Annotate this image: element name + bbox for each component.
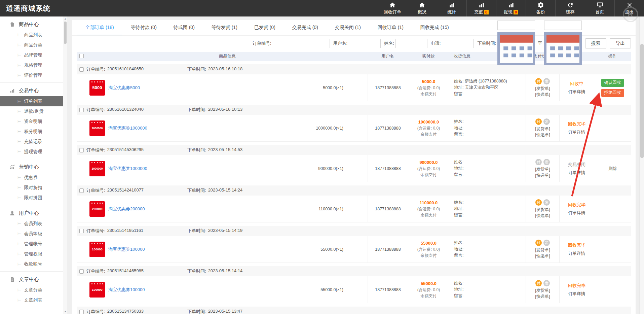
tab-3[interactable]: 等待发货 (1) — [203, 20, 246, 35]
sidebar-scrollbar[interactable]: ▲ ▼ — [63, 16, 67, 314]
shipping-doc-link[interactable]: [发货单] — [535, 166, 550, 172]
scroll-down-icon[interactable]: ▼ — [63, 310, 67, 314]
date-input-time_from[interactable] — [497, 21, 535, 30]
order-detail-link[interactable]: 订单详情 — [568, 170, 585, 176]
shipping-doc-link[interactable]: [发货单] — [535, 126, 550, 132]
top-nav-item-概况[interactable]: 概况 — [407, 0, 437, 16]
order-detail-link[interactable]: 订单详情 — [568, 250, 585, 256]
sidebar-item-管理帐号[interactable]: ⊢管理帐号 — [0, 239, 63, 249]
shipping-doc-link[interactable]: [发货单] — [535, 85, 550, 92]
sidebar-group-交易中心[interactable]: 交易中心 — [0, 85, 63, 96]
shipping-doc-link[interactable]: [发货单] — [535, 207, 550, 213]
sidebar-item-充值记录[interactable]: ⊢充值记录 — [0, 137, 63, 147]
express-doc-link[interactable]: [快递单] — [535, 293, 550, 300]
shipped-badge-icon: 发 — [543, 280, 550, 286]
filter-input-3[interactable] — [442, 39, 474, 48]
reject-recycle-button[interactable]: 拒绝回收 — [601, 89, 624, 97]
sidebar-item-会员等级[interactable]: ⊢会员等级 — [0, 229, 63, 239]
order-detail-link[interactable]: 订单详情 — [568, 291, 585, 297]
filter-input-2[interactable] — [395, 39, 427, 48]
top-nav-item-备份[interactable]: 备份 — [526, 0, 555, 16]
date-input-time_to[interactable] — [544, 21, 582, 30]
express-doc-link[interactable]: [快递单] — [535, 172, 550, 178]
sidebar-item-管理权限[interactable]: ⊢管理权限 — [0, 249, 63, 259]
sidebar-item-积分明细[interactable]: ⊢积分明细 — [0, 127, 63, 137]
order-detail-link[interactable]: 订单详情 — [568, 210, 585, 216]
sidebar-item-限时折扣[interactable]: ⊢限时折扣 — [0, 183, 63, 193]
paid-amount: 1000000.0 — [418, 119, 439, 125]
sidebar-item-收款账号[interactable]: ⊢收款账号 — [0, 259, 63, 269]
search-button[interactable]: 搜索 — [585, 38, 606, 48]
sidebar-item-订单列表[interactable]: ⊢订单列表 — [0, 96, 63, 106]
sidebar-item-资金明细[interactable]: ⊢资金明细 — [0, 116, 63, 127]
status-cell: 回收完毕订单详情 — [559, 236, 594, 263]
tab-6[interactable]: 交易关闭 (1) — [327, 20, 369, 35]
sidebar-group-文章中心[interactable]: 文章中心 — [0, 274, 63, 285]
order-select-checkbox[interactable] — [79, 67, 84, 72]
sidebar-group-用户中心[interactable]: 用户中心 — [0, 207, 63, 219]
sidebar-item-提现管理[interactable]: ⊢提现管理 — [0, 147, 63, 157]
order-select-checkbox[interactable] — [79, 148, 84, 152]
order-select-checkbox[interactable] — [79, 269, 84, 274]
product-name-link[interactable]: 淘宝优惠券1000000 — [108, 125, 147, 131]
tab-8[interactable]: 回收完成 (15) — [412, 20, 457, 35]
tab-5[interactable]: 交易完成 (0) — [284, 20, 327, 35]
filter-input-0[interactable] — [273, 39, 330, 48]
select-all-checkbox[interactable] — [79, 54, 84, 58]
order-detail-link[interactable]: 订单详情 — [568, 129, 585, 135]
order-select-checkbox[interactable] — [79, 310, 84, 314]
delete-link[interactable]: 删除 — [608, 166, 617, 172]
top-nav-item-回收订单[interactable]: 回收订单 — [378, 0, 407, 16]
top-nav-item-提现[interactable]: 提现0 — [496, 0, 526, 16]
top-nav-item-退出[interactable]: 退出 — [614, 0, 644, 16]
product-name-link[interactable]: 淘宝优惠券5000 — [108, 85, 140, 91]
top-nav-item-缓存[interactable]: 缓存 — [555, 0, 585, 16]
sidebar-item-label: 商品列表 — [24, 32, 42, 37]
express-doc-link[interactable]: [快递单] — [535, 253, 550, 259]
top-nav-item-统计[interactable]: 统计 — [437, 0, 466, 16]
filter-input-1[interactable] — [349, 39, 381, 48]
shipping-doc-link[interactable]: [发货单] — [535, 247, 550, 253]
sidebar-item-会员列表[interactable]: ⊢会员列表 — [0, 219, 63, 229]
sidebar-item-商品列表[interactable]: ⊢商品列表 — [0, 30, 63, 40]
order-detail-link[interactable]: 订单详情 — [568, 89, 585, 95]
scroll-up-icon[interactable]: ▲ — [63, 17, 67, 21]
product-name-link[interactable]: 淘宝优惠券200000 — [108, 206, 145, 212]
express-doc-link[interactable]: [快递单] — [535, 213, 550, 219]
product-name-link[interactable]: 淘宝优惠券100000 — [108, 246, 145, 252]
product-name-link[interactable]: 淘宝优惠券1000000 — [108, 166, 147, 172]
sidebar-item-商品分类[interactable]: ⊢商品分类 — [0, 40, 63, 50]
sidebar-item-退款/退货[interactable]: ⊢退款/退货 — [0, 106, 63, 116]
top-nav-item-充值[interactable]: 充值0 — [466, 0, 496, 16]
page-scrollbar-thumb[interactable] — [640, 44, 644, 158]
sidebar-group-营销中心[interactable]: 营销中心 — [0, 161, 63, 173]
order-select-checkbox[interactable] — [79, 108, 84, 112]
tab-0[interactable]: 全部订单 (18) — [77, 20, 122, 35]
order-select-checkbox[interactable] — [79, 188, 84, 193]
sidebar-scrollbar-thumb[interactable] — [64, 22, 67, 44]
express-doc-link[interactable]: [快递单] — [535, 92, 550, 98]
sidebar-item-文章分类[interactable]: ⊢文章分类 — [0, 285, 63, 295]
sidebar-item-评价管理[interactable]: ⊢评价管理 — [0, 70, 63, 80]
order-select-checkbox[interactable] — [79, 229, 84, 233]
status-cell: 回收完毕订单详情 — [559, 115, 594, 141]
gear-icon — [537, 2, 544, 8]
sidebar-item-优惠券[interactable]: ⊢优惠券 — [0, 173, 63, 183]
confirm-recycle-button[interactable]: 确认回收 — [601, 79, 624, 87]
sidebar-item-品牌管理[interactable]: ⊢品牌管理 — [0, 50, 63, 60]
page-scrollbar[interactable] — [639, 16, 644, 314]
sidebar-item-文章列表[interactable]: ⊢文章列表 — [0, 295, 63, 305]
tab-2[interactable]: 待成团 (0) — [165, 20, 203, 35]
branch-icon: ⊢ — [17, 43, 21, 47]
sidebar-group-商品中心[interactable]: 商品中心 — [0, 19, 63, 30]
top-nav-item-首页[interactable]: 首页 — [585, 0, 614, 16]
tab-1[interactable]: 等待付款 (0) — [122, 20, 165, 35]
shipping-doc-link[interactable]: [发货单] — [535, 287, 550, 293]
product-name-link[interactable]: 淘宝优惠券100000 — [108, 287, 145, 293]
tab-4[interactable]: 已发货 (0) — [246, 20, 284, 35]
sidebar-item-规格管理[interactable]: ⊢规格管理 — [0, 60, 63, 70]
sidebar-item-限时拼团[interactable]: ⊢限时拼团 — [0, 193, 63, 203]
tab-7[interactable]: 回收订单 (1) — [369, 20, 412, 35]
export-button[interactable]: 导出 — [610, 38, 631, 48]
express-doc-link[interactable]: [快递单] — [535, 132, 550, 138]
